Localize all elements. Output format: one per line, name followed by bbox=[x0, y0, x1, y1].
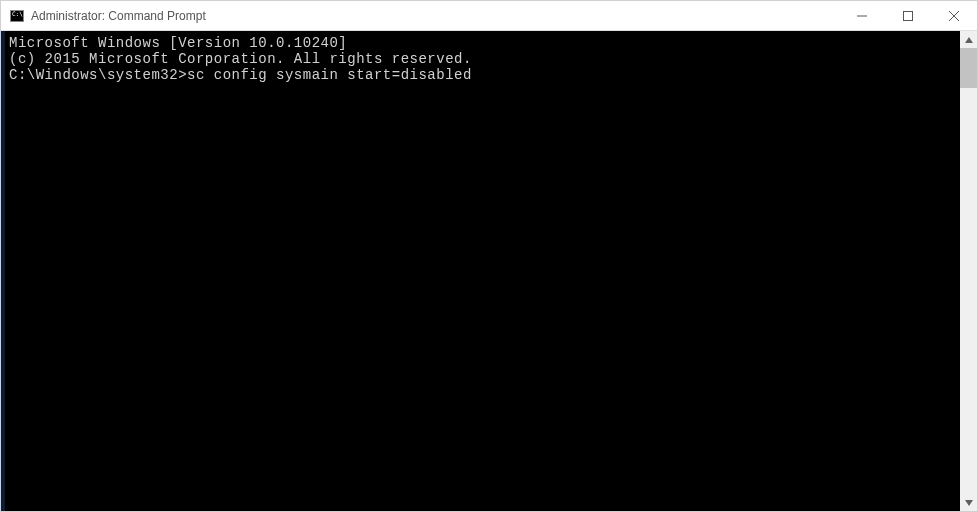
chevron-down-icon bbox=[965, 500, 973, 506]
vertical-scrollbar[interactable] bbox=[960, 31, 977, 511]
close-button[interactable] bbox=[931, 1, 977, 30]
scroll-down-button[interactable] bbox=[960, 494, 977, 511]
scroll-thumb[interactable] bbox=[960, 48, 977, 88]
terminal-content[interactable]: Microsoft Windows [Version 10.0.10240](c… bbox=[5, 31, 960, 511]
minimize-icon bbox=[857, 11, 867, 21]
window-controls bbox=[839, 1, 977, 30]
terminal-area: Microsoft Windows [Version 10.0.10240](c… bbox=[1, 31, 977, 511]
scroll-up-button[interactable] bbox=[960, 31, 977, 48]
svg-rect-1 bbox=[904, 11, 913, 20]
prompt-line: C:\Windows\system32>sc config sysmain st… bbox=[9, 67, 956, 83]
window-title: Administrator: Command Prompt bbox=[31, 9, 839, 23]
close-icon bbox=[949, 11, 959, 21]
scroll-track[interactable] bbox=[960, 48, 977, 494]
command-prompt-window: Administrator: Command Prompt Microsoft … bbox=[0, 0, 978, 512]
terminal-line: (c) 2015 Microsoft Corporation. All righ… bbox=[9, 51, 956, 67]
command-text: sc config sysmain start=disabled bbox=[187, 67, 472, 83]
maximize-button[interactable] bbox=[885, 1, 931, 30]
cmd-app-icon bbox=[9, 8, 25, 24]
maximize-icon bbox=[903, 11, 913, 21]
chevron-up-icon bbox=[965, 37, 973, 43]
terminal-line: Microsoft Windows [Version 10.0.10240] bbox=[9, 35, 956, 51]
minimize-button[interactable] bbox=[839, 1, 885, 30]
titlebar[interactable]: Administrator: Command Prompt bbox=[1, 1, 977, 31]
prompt-text: C:\Windows\system32> bbox=[9, 67, 187, 83]
